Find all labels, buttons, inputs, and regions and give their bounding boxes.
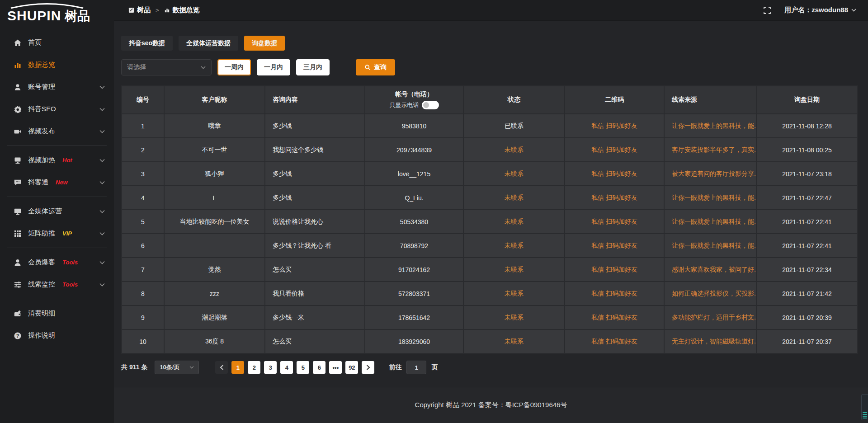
range-button-2[interactable]: 三月内 xyxy=(296,59,330,75)
page-button-4[interactable]: 4 xyxy=(280,361,293,374)
page-button-2[interactable]: 2 xyxy=(248,361,260,374)
cell-source[interactable]: 多功能护栏灯，适用于乡村文... xyxy=(665,306,757,330)
cell-date: 2021-11-08 00:25 xyxy=(757,138,858,162)
account-select[interactable]: 请选择 xyxy=(121,59,212,75)
cell-source[interactable]: 感谢大家喜欢我家，被问了好... xyxy=(665,258,757,282)
chevron-down-icon xyxy=(99,130,105,133)
cell-source[interactable]: 让你一眼就爱上的黑科技，能... xyxy=(665,234,757,258)
cell-source[interactable]: 让你一眼就爱上的黑科技，能... xyxy=(665,210,757,234)
sidebar-item-member[interactable]: 会员爆客Tools xyxy=(0,251,114,273)
sidebar-item-chart[interactable]: 数据总览 xyxy=(0,54,114,76)
account-select-placeholder: 请选择 xyxy=(127,63,146,71)
sidebar-item-user[interactable]: 账号管理 xyxy=(0,76,114,98)
content: 抖音seo数据全媒体运营数据询盘数据 请选择 一周内一月内三月内 查询 编号客户… xyxy=(114,21,868,387)
cell-qrcode[interactable]: 私信 扫码加好友 xyxy=(565,186,665,210)
monitor-icon xyxy=(14,207,22,216)
brand-logo[interactable]: SHUPIN 树品 xyxy=(0,0,114,27)
next-page-button[interactable] xyxy=(362,361,374,374)
cell-qrcode[interactable]: 私信 扫码加好友 xyxy=(565,162,665,186)
chevron-down-icon xyxy=(99,232,105,235)
column-header-3: 帐号（电话）只显示电话 xyxy=(365,86,464,114)
sidebar-item-grid[interactable]: 矩阵助推VIP xyxy=(0,222,114,244)
cell-nickname: 狐小狸 xyxy=(165,162,265,186)
logo-cn: 树品 xyxy=(65,8,90,25)
sidebar-divider xyxy=(7,248,107,248)
page-button-92[interactable]: 92 xyxy=(345,361,358,374)
range-button-0[interactable]: 一周内 xyxy=(217,59,251,75)
cell-qrcode[interactable]: 私信 扫码加好友 xyxy=(565,210,665,234)
cell-source[interactable]: 让你一眼就爱上的黑科技，能... xyxy=(665,186,757,210)
chat-icon xyxy=(14,179,22,187)
sidebar-item-badge: Tools xyxy=(62,281,78,288)
column-header-4: 状态 xyxy=(464,86,565,114)
floating-widget[interactable] xyxy=(861,394,868,420)
sidebar: SHUPIN 树品 首页数据总览账号管理抖音SEO视频发布视频加热Hot抖客通N… xyxy=(0,0,114,423)
fullscreen-button[interactable] xyxy=(764,7,771,14)
sidebar-item-badge: Hot xyxy=(62,157,72,164)
cell-account: 917024162 xyxy=(365,258,464,282)
cell-date: 2021-11-07 21:42 xyxy=(757,282,858,306)
page-ellipsis[interactable]: ••• xyxy=(329,361,342,374)
sidebar-item-expense[interactable]: 消费明细 xyxy=(0,302,114,324)
cell-qrcode[interactable]: 私信 扫码加好友 xyxy=(565,306,665,330)
sidebar-item-badge: VIP xyxy=(62,230,72,237)
sidebar-item-sliders[interactable]: 线索监控Tools xyxy=(0,273,114,296)
cell-account: 70898792 xyxy=(365,234,464,258)
page-button-3[interactable]: 3 xyxy=(264,361,277,374)
goto-page-input[interactable]: 1 xyxy=(406,361,426,374)
cell-source[interactable]: 无主灯设计，智能磁吸轨道灯... xyxy=(665,330,757,354)
tab-0[interactable]: 抖音seo数据 xyxy=(121,36,173,51)
chevron-down-icon xyxy=(99,210,105,213)
cell-qrcode[interactable]: 私信 扫码加好友 xyxy=(565,330,665,354)
page-button-1[interactable]: 1 xyxy=(231,361,244,374)
tab-1[interactable]: 全媒体运营数据 xyxy=(179,36,238,51)
breadcrumb-home[interactable]: 树品 xyxy=(128,6,151,14)
sidebar-item-publish[interactable]: 视频发布 xyxy=(0,120,114,142)
cell-qrcode[interactable]: 私信 扫码加好友 xyxy=(565,138,665,162)
page-button-5[interactable]: 5 xyxy=(297,361,309,374)
cell-account: love__1215 xyxy=(365,162,464,186)
range-button-1[interactable]: 一月内 xyxy=(257,59,290,75)
cell-date: 2021-11-07 23:18 xyxy=(757,162,858,186)
app-root: SHUPIN 树品 首页数据总览账号管理抖音SEO视频发布视频加热Hot抖客通N… xyxy=(0,0,868,423)
sidebar-item-label: 全媒体运营 xyxy=(28,207,62,216)
sidebar-item-chat[interactable]: 抖客通New xyxy=(0,171,114,193)
page-button-6[interactable]: 6 xyxy=(313,361,326,374)
phone-only-toggle[interactable] xyxy=(422,101,439,109)
cell-no: 4 xyxy=(122,186,165,210)
sidebar-item-home[interactable]: 首页 xyxy=(0,32,114,54)
gear-icon xyxy=(14,105,22,113)
cell-source[interactable]: 如何正确选择投影仪，买投影... xyxy=(665,282,757,306)
cell-qrcode[interactable]: 私信 扫码加好友 xyxy=(565,234,665,258)
cell-date: 2021-11-07 22:47 xyxy=(757,186,858,210)
cell-qrcode[interactable]: 私信 扫码加好友 xyxy=(565,258,665,282)
tab-2[interactable]: 询盘数据 xyxy=(244,36,285,51)
cell-source[interactable]: 让你一眼就爱上的黑科技，能... xyxy=(665,114,757,138)
table-row: 6多少钱？让我死心 看70898792未联系私信 扫码加好友让你一眼就爱上的黑科… xyxy=(122,234,858,258)
breadcrumb-current[interactable]: 数据总览 xyxy=(164,6,200,14)
sidebar-item-heat[interactable]: 视频加热Hot xyxy=(0,149,114,171)
cell-qrcode[interactable]: 私信 扫码加好友 xyxy=(565,282,665,306)
cell-content: 我只看价格 xyxy=(265,282,365,306)
cell-source[interactable]: 客厅安装投影半年多了，真实... xyxy=(665,138,757,162)
sidebar-divider xyxy=(7,146,107,146)
user-menu[interactable]: 用户名：zswodun88 xyxy=(784,6,856,14)
prev-page-button[interactable] xyxy=(215,361,228,374)
member-icon xyxy=(14,258,22,267)
page-size-value: 10条/页 xyxy=(160,363,179,371)
sidebar-item-help[interactable]: ?操作说明 xyxy=(0,324,114,347)
cell-no: 6 xyxy=(122,234,165,258)
cell-source[interactable]: 被大家追着问的客厅投影分享... xyxy=(665,162,757,186)
cell-qrcode[interactable]: 私信 扫码加好友 xyxy=(565,114,665,138)
sidebar-item-label: 线索监控 xyxy=(28,280,55,289)
board-icon xyxy=(128,7,134,13)
cell-account: Q_Liu. xyxy=(365,186,464,210)
search-button[interactable]: 查询 xyxy=(356,59,395,75)
cell-content: 多少钱 xyxy=(265,162,365,186)
sidebar-item-gear[interactable]: 抖音SEO xyxy=(0,98,114,120)
sidebar-item-monitor[interactable]: 全媒体运营 xyxy=(0,200,114,222)
cell-status: 未联系 xyxy=(464,186,565,210)
page-size-select[interactable]: 10条/页 xyxy=(155,361,199,374)
cell-no: 1 xyxy=(122,114,165,138)
inquiry-table: 编号客户昵称咨询内容帐号（电话）只显示电话状态二维码线索来源询盘日期1哦章多少钱… xyxy=(121,85,858,354)
